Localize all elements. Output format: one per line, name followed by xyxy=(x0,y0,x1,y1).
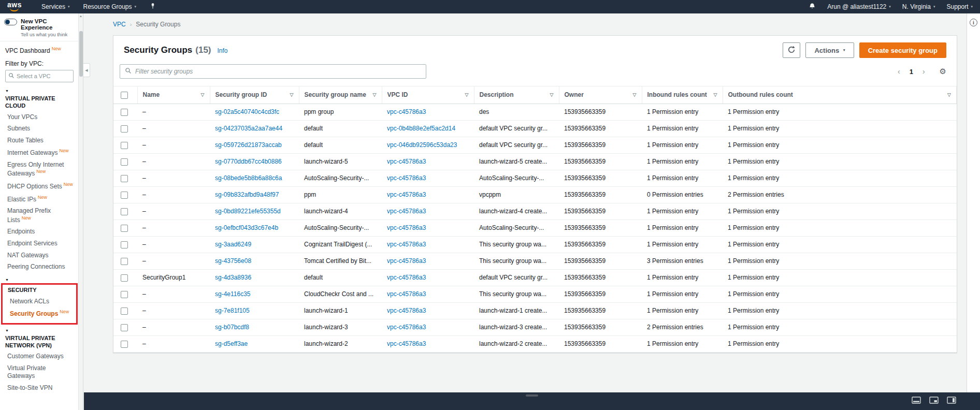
security-group-id-link[interactable]: sg-7e81f105 xyxy=(215,307,250,314)
sidebar-item[interactable]: DHCP Options SetsNew xyxy=(0,180,79,193)
table-row[interactable]: – sg-d5eff3ae launch-wizard-2 vpc-c45786… xyxy=(113,335,957,352)
sidebar-scrollbar[interactable]: ▲ xyxy=(78,13,83,410)
security-group-id-link[interactable]: sg-43756e08 xyxy=(215,257,251,265)
row-checkbox[interactable] xyxy=(121,125,128,133)
vpc-id-link[interactable]: vpc-c45786a3 xyxy=(387,174,426,182)
sidebar-item-vpc-dashboard[interactable]: VPC DashboardNew xyxy=(0,41,79,59)
table-row[interactable]: – sg-059726d21873accab default vpc-046db… xyxy=(113,137,957,153)
table-row[interactable]: – sg-0efbcf043d3c67e4b AutoScaling-Secur… xyxy=(113,219,957,236)
column-filter-icon[interactable]: ▽ xyxy=(714,92,717,97)
row-checkbox[interactable] xyxy=(121,225,128,232)
vpc-filter-searchbox[interactable] xyxy=(5,70,74,82)
column-filter-icon[interactable]: ▽ xyxy=(633,92,637,97)
next-page-icon[interactable]: › xyxy=(919,67,928,76)
table-row[interactable]: – sg-08bede5b8b6a88c6a AutoScaling-Secur… xyxy=(113,170,957,186)
current-page-number[interactable]: 1 xyxy=(905,68,917,76)
column-header[interactable]: Inbound rules count ▽ xyxy=(642,86,723,104)
sidebar-item[interactable]: Elastic IPsNew xyxy=(0,193,79,206)
row-checkbox[interactable] xyxy=(121,192,128,199)
security-group-id-link[interactable]: sg-02a5c40740c4cd3fc xyxy=(215,108,279,115)
vpc-id-link[interactable]: vpc-c45786a3 xyxy=(387,274,426,281)
sidebar-item[interactable]: Endpoints xyxy=(0,226,79,238)
security-group-id-link[interactable]: sg-0bd89221efe55355d xyxy=(215,208,281,215)
table-row[interactable]: SecurityGroup1 sg-4d3a8936 default vpc-c… xyxy=(113,269,957,286)
column-header[interactable]: Security group ID ▽ xyxy=(210,86,299,104)
section-collapse-icon[interactable]: ▼ xyxy=(0,86,79,94)
vpc-id-link[interactable]: vpc-0b4b88e2ef5ac2d14 xyxy=(387,125,455,132)
sidebar-item[interactable]: Egress Only Internet GatewaysNew xyxy=(0,159,79,180)
sidebar-item[interactable]: Customer Gateways xyxy=(0,351,79,363)
table-row[interactable]: – sg-b07bcdf8 launch-wizard-3 vpc-c45786… xyxy=(113,319,957,335)
refresh-button[interactable] xyxy=(783,42,800,58)
table-row[interactable]: – sg-0770ddb67cc4b0886 launch-wizard-5 v… xyxy=(113,153,957,170)
security-group-id-link[interactable]: sg-0770ddb67cc4b0886 xyxy=(215,158,282,165)
column-header[interactable]: Outbound rules count ▽ xyxy=(723,86,957,104)
aws-logo[interactable]: aws xyxy=(7,2,22,11)
row-checkbox[interactable] xyxy=(121,241,128,248)
scrollbar-up-icon[interactable]: ▲ xyxy=(79,14,82,18)
vpc-id-link[interactable]: vpc-046db92596c53da23 xyxy=(387,141,457,149)
sidebar-collapse-button[interactable]: ◀ xyxy=(83,63,90,77)
security-group-id-link[interactable]: sg-0efbcf043d3c67e4b xyxy=(215,224,278,231)
vpc-id-link[interactable]: vpc-c45786a3 xyxy=(387,224,426,231)
security-group-id-link[interactable]: sg-3aad6249 xyxy=(215,241,251,248)
sidebar-item[interactable]: Managed Prefix ListsNew xyxy=(0,206,79,226)
column-header[interactable]: Security group name ▽ xyxy=(299,86,382,104)
vpc-id-link[interactable]: vpc-c45786a3 xyxy=(387,208,426,215)
table-row[interactable]: – sg-43756e08 Tomcat Certified by Bit...… xyxy=(113,253,957,269)
row-checkbox[interactable] xyxy=(121,307,128,315)
sidebar-item[interactable]: Your VPCs xyxy=(0,112,79,124)
vpc-id-link[interactable]: vpc-c45786a3 xyxy=(387,257,426,265)
security-group-id-link[interactable]: sg-d5eff3ae xyxy=(215,340,248,347)
column-header[interactable]: Owner ▽ xyxy=(559,86,642,104)
column-filter-icon[interactable]: ▽ xyxy=(373,92,377,97)
column-filter-icon[interactable]: ▽ xyxy=(947,92,951,97)
row-checkbox[interactable] xyxy=(121,274,128,282)
sidebar-item[interactable]: Endpoint Services xyxy=(0,238,79,250)
sidebar-item[interactable]: Internet GatewaysNew xyxy=(0,147,79,159)
sidebar-item[interactable]: Site-to-Site VPN xyxy=(0,383,79,394)
resource-groups-menu[interactable]: Resource Groups ▾ xyxy=(83,3,137,10)
security-group-id-link[interactable]: sg-b07bcdf8 xyxy=(215,324,249,331)
create-security-group-button[interactable]: Create security group xyxy=(859,42,946,58)
split-view-corner-icon[interactable] xyxy=(929,397,939,404)
row-checkbox[interactable] xyxy=(121,291,128,298)
filter-input[interactable] xyxy=(135,68,421,75)
split-view-side-icon[interactable] xyxy=(947,397,956,404)
settings-gear-icon[interactable]: ⚙ xyxy=(940,67,946,76)
row-checkbox[interactable] xyxy=(121,158,128,166)
security-group-id-link[interactable]: sg-4d3a8936 xyxy=(215,274,251,281)
support-menu[interactable]: Support ▾ xyxy=(946,3,973,10)
sidebar-item[interactable]: Network ACLs xyxy=(3,296,76,308)
row-checkbox[interactable] xyxy=(121,258,128,265)
filter-searchbox[interactable] xyxy=(120,64,426,79)
breadcrumb-vpc-link[interactable]: VPC xyxy=(113,21,126,28)
vpc-id-link[interactable]: vpc-c45786a3 xyxy=(387,158,426,165)
vpc-id-link[interactable]: vpc-c45786a3 xyxy=(387,191,426,198)
table-row[interactable]: – sg-3aad6249 Cognizant TrailDigest (...… xyxy=(113,236,957,253)
row-checkbox[interactable] xyxy=(121,175,128,182)
scrollbar-thumb[interactable] xyxy=(79,31,83,77)
vpc-id-link[interactable]: vpc-c45786a3 xyxy=(387,324,426,331)
row-checkbox[interactable] xyxy=(121,142,128,149)
panel-drag-handle[interactable] xyxy=(526,394,538,397)
row-checkbox[interactable] xyxy=(121,324,128,331)
toggle-switch[interactable] xyxy=(4,19,17,25)
sidebar-item[interactable]: Peering Connections xyxy=(0,261,79,273)
table-row[interactable]: – sg-04237035a2aa7ae44 default vpc-0b4b8… xyxy=(113,120,957,137)
actions-button[interactable]: Actions ▾ xyxy=(805,42,854,58)
table-row[interactable]: – sg-0bd89221efe55355d launch-wizard-4 v… xyxy=(113,203,957,219)
vpc-id-link[interactable]: vpc-c45786a3 xyxy=(387,340,426,347)
column-filter-icon[interactable]: ▽ xyxy=(550,92,554,97)
select-all-checkbox[interactable] xyxy=(121,92,128,99)
notifications-bell-icon[interactable] xyxy=(809,3,816,11)
sidebar-item[interactable]: NAT Gateways xyxy=(0,250,79,262)
column-header[interactable]: VPC ID ▽ xyxy=(382,86,474,104)
column-header[interactable]: Description ▽ xyxy=(474,86,559,104)
vpc-id-link[interactable]: vpc-c45786a3 xyxy=(387,108,426,115)
column-filter-icon[interactable]: ▽ xyxy=(201,92,205,97)
section-collapse-icon[interactable]: ▼ xyxy=(0,275,79,283)
row-checkbox[interactable] xyxy=(121,208,128,215)
column-filter-icon[interactable]: ▽ xyxy=(290,92,294,97)
vpc-id-link[interactable]: vpc-c45786a3 xyxy=(387,241,426,248)
